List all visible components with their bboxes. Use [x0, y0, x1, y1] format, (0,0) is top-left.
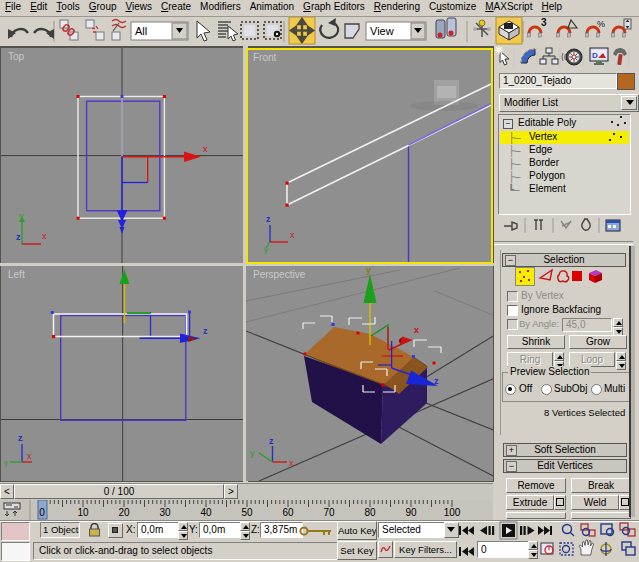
- svg-text:z: z: [18, 433, 23, 443]
- svg-text:90: 90: [405, 507, 417, 518]
- svg-text:x: x: [414, 325, 419, 335]
- svg-text:x: x: [290, 230, 295, 240]
- svg-text:y: y: [250, 448, 255, 458]
- svg-text:10: 10: [77, 507, 89, 518]
- svg-text:View: View: [370, 25, 394, 37]
- svg-text:50: 50: [241, 507, 253, 518]
- svg-text:3: 3: [541, 17, 547, 28]
- svg-text:y: y: [264, 245, 268, 254]
- svg-text:z: z: [16, 232, 21, 242]
- svg-text:x: x: [42, 231, 47, 241]
- svg-text:20: 20: [118, 507, 130, 518]
- svg-text:0: 0: [39, 507, 45, 518]
- svg-text:z: z: [203, 326, 208, 336]
- svg-text:x: x: [289, 458, 294, 468]
- svg-text:100: 100: [444, 507, 461, 518]
- svg-text:y: y: [4, 458, 8, 467]
- svg-text:x: x: [27, 451, 32, 461]
- svg-text:D: D: [592, 51, 598, 60]
- svg-text:%: %: [597, 19, 605, 29]
- svg-text:70: 70: [323, 507, 335, 518]
- svg-text:40: 40: [200, 507, 212, 518]
- svg-text:All: All: [135, 25, 147, 37]
- svg-text:80: 80: [364, 507, 376, 518]
- svg-text:z: z: [269, 436, 274, 446]
- svg-text:60: 60: [282, 507, 294, 518]
- svg-text:y: y: [366, 266, 371, 275]
- svg-text:30: 30: [159, 507, 171, 518]
- svg-text:y: y: [19, 211, 24, 221]
- svg-text:x: x: [203, 144, 208, 154]
- svg-text:z: z: [266, 214, 271, 224]
- svg-text:z: z: [434, 376, 439, 386]
